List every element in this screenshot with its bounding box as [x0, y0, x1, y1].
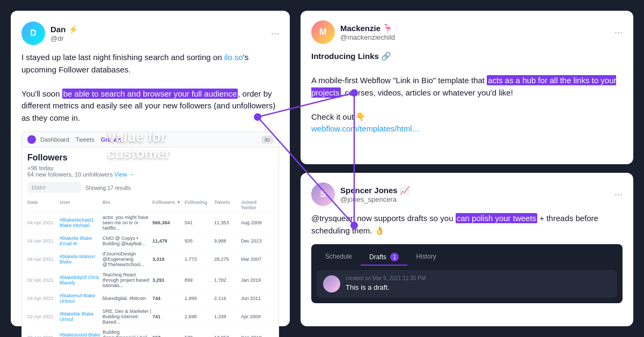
highlight-polish-text: can polish your tweets: [456, 213, 537, 223]
row-date: 04 Apr 2021: [27, 220, 60, 225]
row-user[interactable]: #blakemuf Blake Unbsul: [60, 293, 103, 304]
row-date: 02 Apr 2021: [27, 277, 60, 283]
table-row: 09 Apr 2021 #blakesoood Blake Wood Build…: [27, 327, 273, 337]
tab-schedule[interactable]: Schedule: [317, 250, 361, 266]
mackenzie-middle: , courses, videos, articles or whatever …: [341, 88, 513, 97]
tweet-author-spencer: S Spencer Jones 📈 @jones_spencera: [311, 182, 410, 206]
right-card-mackenzie: M Mackenzie 🦩 @mackenziechild ··· Introd…: [301, 11, 633, 164]
row-following: 899: [185, 277, 214, 283]
avatar-dan: D: [21, 21, 45, 45]
new-count: +96 today: [27, 165, 54, 171]
dashboard-logo-icon: [27, 135, 36, 144]
mackenzie-more-icon[interactable]: ···: [614, 27, 623, 38]
value-line2: customer: [107, 145, 170, 162]
row-date: 04 Apr 2021: [27, 296, 60, 301]
row-followers: 566,384: [152, 220, 185, 225]
nav-dashboard[interactable]: Dashboard: [40, 136, 69, 143]
row-followers: 3,291: [152, 277, 185, 283]
introducing-links: Introducing Links 🔗: [311, 52, 391, 61]
results-count: Showing 17 results: [85, 185, 131, 191]
row-following: 578: [185, 335, 214, 337]
dashboard-body: Followers +96 today 64 new followers, 10…: [22, 148, 279, 337]
row-following: 2,698: [185, 314, 214, 319]
tweet-header-dan: D Dan ⚡ @dr ···: [21, 21, 279, 45]
value-label: Value for customer: [107, 129, 170, 162]
row-joined: Apr 2009: [241, 314, 273, 319]
col-date: Date: [27, 200, 60, 210]
row-user[interactable]: #blakeble Blake Umsul: [60, 311, 103, 322]
followers-subtitle: +96 today 64 new followers, 10 unfollowe…: [27, 165, 273, 178]
row-tweets: 17,957: [214, 335, 241, 337]
highlight-search-text: be able to search and browser your full …: [62, 89, 238, 99]
table-header: Date User Bio Followers ▼ Following Twee…: [27, 198, 273, 213]
webflow-link[interactable]: webflow.com/templates/html…: [311, 124, 420, 133]
col-user: User: [60, 200, 103, 210]
dashboard-mockup: Dashboard Tweets Growth ilo Followers +9…: [21, 131, 279, 337]
row-tweets: 1,782: [214, 277, 241, 283]
row-followers: 3,318: [152, 257, 185, 262]
col-following: Following: [185, 200, 214, 210]
row-following: 1,999: [185, 296, 214, 301]
schedule-tabs: Schedule Drafts 1 History: [317, 250, 617, 266]
draft-text: This is a draft.: [346, 283, 426, 291]
dan-tweet-text: I stayed up late last night finishing se…: [21, 52, 279, 124]
draft-content: created on Mar 9, 2021 11:35 PM This is …: [346, 275, 426, 291]
row-followers: 741: [152, 314, 185, 319]
row-user[interactable]: #blakesoood Blake Wood: [60, 332, 103, 337]
table-row: 04 Apr 2021 #blakelie Blake Email ✉ CMO …: [27, 233, 273, 249]
drafts-badge: 1: [390, 253, 399, 261]
tab-drafts[interactable]: Drafts 1: [361, 250, 407, 266]
row-tweets: 9,988: [214, 238, 241, 244]
table-row: 04 Apr 2021 #blakela Watson Blake d'Jour…: [27, 249, 273, 270]
row-date: 04 Apr 2021: [27, 238, 60, 244]
right-column: M Mackenzie 🦩 @mackenziechild ··· Introd…: [301, 11, 633, 326]
dan-more-icon[interactable]: ···: [271, 28, 279, 39]
value-line1: Value for: [107, 129, 170, 145]
row-bio: actor. you might have seen me on tv or N…: [103, 215, 152, 231]
row-user[interactable]: #blakelie Blake Email ✉: [60, 236, 103, 246]
row-date: 04 Apr 2021: [27, 257, 60, 262]
row-user[interactable]: #blakebdyOf Chris Blavely: [60, 275, 103, 285]
spencer-more-icon[interactable]: ···: [614, 189, 623, 200]
row-joined: Dec 2013: [241, 238, 273, 244]
tab-history[interactable]: History: [407, 250, 444, 266]
tweet-author-dan: D Dan ⚡ @dr: [21, 21, 78, 45]
spencer-name: Spencer Jones 📈: [340, 186, 410, 195]
spencer-intro: @trysquearl now supports drafts so you: [311, 214, 456, 223]
draft-avatar: [323, 275, 340, 292]
col-joined: Joined Twitter: [241, 200, 273, 210]
row-bio: Building dispayfimancial | Soli Deo Glor…: [103, 329, 152, 337]
right-card-spencer: S Spencer Jones 📈 @jones_spencera ··· @t…: [301, 173, 633, 326]
mackenzie-handle: @mackenziechild: [340, 33, 395, 41]
row-bio: SRE, Dev & Marketer | Building Internet-…: [103, 309, 152, 325]
row-user[interactable]: #blakela Watson Blake: [60, 254, 103, 265]
tweet-header-mackenzie: M Mackenzie 🦩 @mackenziechild ···: [311, 20, 623, 44]
row-joined: Jun 2011: [241, 296, 273, 301]
avatar-mackenzie: M: [311, 20, 335, 44]
row-tweets: 28,275: [214, 257, 241, 262]
row-following: 541: [185, 220, 214, 225]
col-followers: Followers ▼: [152, 200, 185, 210]
table-row: 02 Apr 2021 #blakeble Blake Umsul SRE, D…: [27, 306, 273, 327]
row-tweets: 2,116: [214, 296, 241, 301]
view-link[interactable]: View →: [114, 171, 135, 178]
row-followers: 744: [152, 296, 185, 301]
nav-tweets[interactable]: Tweets: [76, 136, 94, 143]
row-bio: CMO @ Copys • Building @kayfeat...: [103, 236, 152, 246]
followers-search[interactable]: blake: [27, 182, 81, 193]
draft-meta: created on Mar 9, 2021 11:35 PM: [346, 275, 426, 281]
ilo-link[interactable]: ilo.so: [224, 53, 243, 62]
user-info-spencer: Spencer Jones 📈 @jones_spencera: [340, 186, 410, 203]
row-tweets: 11,353: [214, 220, 241, 225]
row-user[interactable]: #BlakeMichael1 Blake Michael: [60, 217, 103, 228]
tweet-header-spencer: S Spencer Jones 📈 @jones_spencera ···: [311, 182, 623, 206]
dan-handle: @dr: [50, 34, 78, 42]
dashboard-badge: ilo: [261, 136, 273, 144]
spencer-handle: @jones_spencera: [340, 195, 410, 203]
draft-item: created on Mar 9, 2021 11:35 PM This is …: [317, 270, 617, 298]
row-joined: Sep 2018: [241, 335, 273, 337]
row-date: 02 Apr 2021: [27, 314, 60, 319]
row-bio: bluexdigital. #bitcoin: [103, 296, 152, 301]
tweet-text-intro: I stayed up late last night finishing se…: [21, 53, 224, 62]
mackenzie-name: Mackenzie 🦩: [340, 24, 395, 33]
